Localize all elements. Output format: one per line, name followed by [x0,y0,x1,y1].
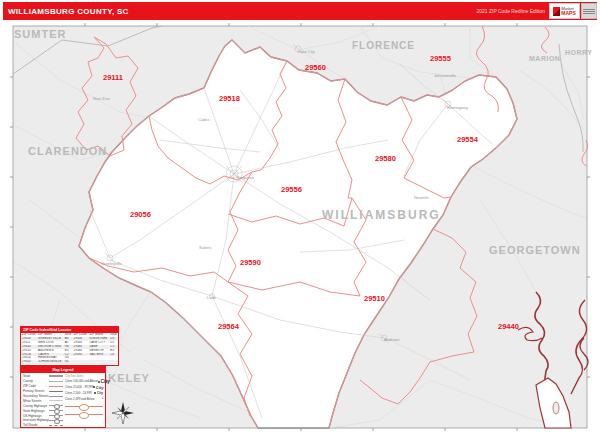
map-legend-body: StateCountyZIP CodePrimary StreetsSecond… [21,373,105,429]
legend-item-label: State Highways [23,409,49,413]
legend-item-symbol [49,415,63,416]
zip-label: 29440 [498,322,519,331]
legend-item-label: State [23,374,49,378]
zip-index-table: ZIP CodeZIP NameGridZIP CodeZIP NameGrid… [21,333,118,364]
header-bar: WILLIAMSBURG COUNTY, SC 2021 ZIP Code Re… [3,2,597,20]
index-cell: G1 [64,360,73,364]
legend-item-symbol [49,405,63,406]
legend-item-symbol [49,400,63,401]
county-label: WILLIAMSBURG [322,208,441,222]
legend-city-items: City Text SizesCities 100,000 and AboveC… [65,374,103,428]
town-label: Cades [198,117,210,122]
town-label: Nesmith [414,195,429,200]
zip-label: 29590 [240,258,261,267]
county-label: SUMTER [14,28,66,40]
town-label: New Zion [93,96,110,101]
county-label: FLORENCE [352,40,415,51]
zip-label: 29555 [430,54,451,63]
route-line-sample [65,402,103,410]
legend-item-label: Minor Streets [23,399,49,403]
legend-line-item: State Highways [23,408,65,413]
legend-item-label: County Highways [23,404,49,408]
index-cell: 29555 [21,360,37,364]
index-cell [72,360,88,364]
city-item-label: Cities 100,000 and Above [65,379,98,383]
logo-mark-icon [553,7,560,16]
city-item-sample: City [94,391,103,395]
city-item-label: Cities 2,500 - 24,999 [65,391,92,395]
county-label: MARION [529,55,560,62]
county-label: CLARENDON [28,145,107,157]
legend-item-symbol [49,420,63,421]
legend-line-item: County Highways [23,403,65,408]
legend-item-label: Interstate Highways [23,418,49,422]
zip-label: 29554 [457,135,478,144]
county-label: GEORGETOWN [489,244,581,256]
legend-item-symbol [49,386,63,387]
legend-item-symbol [49,425,63,426]
logo-info-box [581,3,597,19]
town-label: Lane [207,295,216,300]
index-cell [109,360,118,364]
marketmaps-logo: Market MAPS [549,3,580,19]
logo-brand-bottom: MAPS [561,11,575,15]
town-label: Greeleyville [101,261,122,266]
county-label: HORRY [565,49,593,56]
town-label: Hemingway [447,105,468,110]
town-label: Salters [199,245,211,250]
map-legend-panel: Map Legend StateCountyZIP CodePrimary St… [20,366,106,428]
city-item-sample: City [98,378,110,384]
zip-label: 29510 [364,294,385,303]
legend-item-symbol [49,410,63,411]
town-label: Lake City [298,49,315,54]
zip-label: 29580 [375,154,396,163]
route-line-sample [65,410,103,418]
zip-label: 29556 [281,185,302,194]
index-row: 29555JOHNSONVILLEG1 [21,360,118,364]
town-label: Johnsonville [434,73,456,78]
map-page: WILLIAMSBURG COUNTY, SC 2021 ZIP Code Re… [0,0,600,435]
zip-label: 29564 [218,322,239,331]
legend-item-symbol [49,396,63,397]
town-label: Andrews [384,337,400,342]
legend-line-item: Toll Roads [23,423,65,428]
legend-item-symbol [49,375,63,377]
city-item-label: Cities 25,000 - 99,999 [65,385,93,389]
zip-label: 29056 [130,210,151,219]
legend-item-label: ZIP Code [23,384,49,388]
zip-label: 29560 [305,63,326,72]
zip-label: 29111 [103,73,123,82]
legend-item-label: Primary Streets [23,389,49,393]
legend-item-label: County [23,379,49,383]
city-item-label: Cities 2,499 and Below [65,397,95,401]
legend-item-label: US Highways [23,414,49,418]
legend-line-items: StateCountyZIP CodePrimary StreetsSecond… [23,374,65,428]
zip-label: 29518 [219,94,240,103]
index-cell [88,360,109,364]
city-item-sample: • [102,397,103,401]
edition-label: 2021 ZIP Code Redline Edition [476,8,549,14]
legend-line-item: Interstate Highways [23,418,65,423]
page-title: WILLIAMSBURG COUNTY, SC [3,7,129,16]
legend-item-symbol [49,381,63,382]
city-item-sample: City [93,385,103,390]
town-label: Kingstree [237,175,254,180]
legend-item-symbol [49,391,63,392]
index-cell: JOHNSONVILLE [37,360,64,364]
zip-index-panel: ZIP Code Index/Grid Locator ZIP CodeZIP … [20,326,119,366]
legend-item-label: Secondary Streets [23,394,49,398]
legend-item-label: Toll Roads [23,423,49,427]
legend-line-item: US Highways [23,413,65,418]
